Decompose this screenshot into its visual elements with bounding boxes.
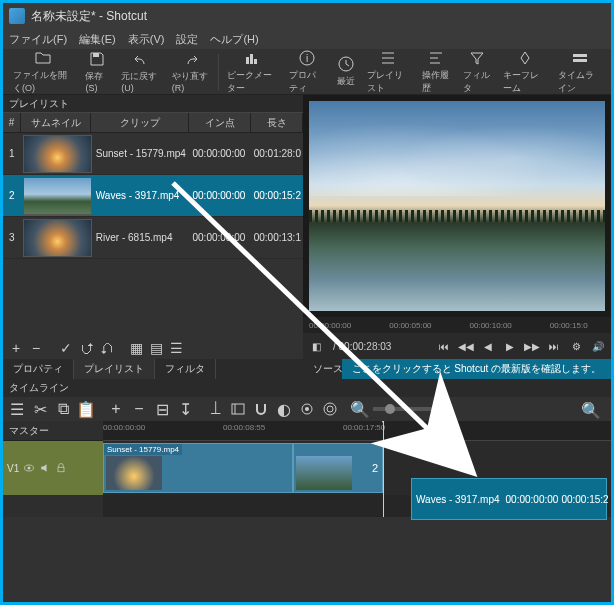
remove-button[interactable]: − <box>27 339 45 357</box>
add-button[interactable]: + <box>7 339 25 357</box>
copy-button[interactable]: ⧉ <box>53 399 73 419</box>
zoom-slider[interactable] <box>373 407 433 411</box>
update-notice[interactable]: ここをクリックすると Shotcut の最新版を確認します。 <box>342 359 611 379</box>
titlebar: 名称未設定* - Shotcut <box>3 3 611 29</box>
col-length[interactable]: 長さ <box>251 113 303 132</box>
playlist-panel-title: プレイリスト <box>3 95 303 113</box>
drop-len: 00:00:15:2 <box>561 494 608 505</box>
preview-ruler[interactable]: 00:00:00:0000:00:05:0000:00:10:0000:00:1… <box>303 317 611 333</box>
toolbar-info-button[interactable]: iプロパティ <box>283 49 331 95</box>
rewind-button[interactable]: ◀ <box>479 337 497 355</box>
paste-button[interactable]: 📋 <box>76 399 96 419</box>
eye-icon[interactable] <box>23 462 35 474</box>
svg-point-13 <box>324 403 336 415</box>
col-clip[interactable]: クリップ <box>91 113 189 132</box>
preview-position: / 00:00:28:03 <box>333 341 391 352</box>
timeline-ruler[interactable]: 00:00:00:0000:00:08:5500:00:17:50 <box>103 421 611 441</box>
toolbar-tl-button[interactable]: タイムライン <box>552 49 607 95</box>
scrub-button[interactable]: ◐ <box>274 399 294 419</box>
toolbar-filter-button[interactable]: フィルタ <box>457 49 498 95</box>
snap-button[interactable] <box>251 399 271 419</box>
svg-rect-7 <box>573 54 587 57</box>
forward-button[interactable]: ▶▶ <box>523 337 541 355</box>
playlist-row[interactable]: 2Waves - 3917.mp400:00:00:0000:00:15:2 <box>3 175 303 217</box>
svg-rect-9 <box>232 404 244 414</box>
preview-viewport[interactable] <box>309 101 605 311</box>
in-point-button[interactable]: ◧ <box>307 337 325 355</box>
svg-rect-0 <box>93 53 99 57</box>
zoom-in-button[interactable]: 🔍 <box>581 400 601 420</box>
tile-view-button[interactable]: ▤ <box>147 339 165 357</box>
settings-button[interactable]: ⚙ <box>567 337 585 355</box>
master-track-label[interactable]: マスター <box>3 421 103 441</box>
down-button[interactable]: ⮏ <box>97 339 115 357</box>
cut-button[interactable]: ✂ <box>30 399 50 419</box>
play-button[interactable]: ▶ <box>501 337 519 355</box>
zoom-out-button[interactable]: 🔍 <box>350 399 370 419</box>
skip-start-button[interactable]: ⏮ <box>435 337 453 355</box>
svg-point-12 <box>305 407 309 411</box>
lift-button[interactable]: ⊟ <box>152 399 172 419</box>
svg-rect-1 <box>246 57 249 64</box>
svg-rect-17 <box>58 467 64 472</box>
check-button[interactable]: ✓ <box>57 339 75 357</box>
overwrite-button[interactable]: ↧ <box>175 399 195 419</box>
playlist-tools: + − ✓ ⮍ ⮏ ▦ ▤ ☰ <box>3 337 303 359</box>
menubar: ファイル(F)編集(E)表示(V)設定ヘルプ(H) <box>3 29 611 49</box>
skip-end-button[interactable]: ⏭ <box>545 337 563 355</box>
toolbar-save-button[interactable]: 保存(S) <box>79 50 115 93</box>
playlist-row[interactable]: 1Sunset - 15779.mp400:00:00:0000:01:28:0 <box>3 133 303 175</box>
timeline-clip[interactable]: 2 <box>293 443 383 493</box>
menu-item[interactable]: 表示(V) <box>128 32 165 47</box>
svg-rect-3 <box>254 59 257 64</box>
menu-item[interactable]: 設定 <box>176 32 198 47</box>
app-logo-icon <box>9 8 25 24</box>
col-num[interactable]: # <box>3 113 21 132</box>
left-tab[interactable]: プロパティ <box>3 359 74 379</box>
svg-rect-8 <box>573 59 587 62</box>
svg-text:i: i <box>306 53 308 64</box>
append-button[interactable]: + <box>106 399 126 419</box>
ripple-all-button[interactable] <box>320 399 340 419</box>
tl-menu-button[interactable]: ☰ <box>7 399 27 419</box>
track-v1-label: V1 <box>7 463 19 474</box>
volume-button[interactable]: 🔊 <box>589 337 607 355</box>
mute-icon[interactable] <box>39 462 51 474</box>
markers-button[interactable] <box>228 399 248 419</box>
left-tab[interactable]: プレイリスト <box>74 359 155 379</box>
playhead[interactable] <box>383 421 384 517</box>
timeline-clip[interactable]: Sunset - 15779.mp4 <box>103 443 293 493</box>
split-button[interactable]: ⟘ <box>205 399 225 419</box>
remove-clip-button[interactable]: − <box>129 399 149 419</box>
toolbar-list-button[interactable]: プレイリスト <box>361 49 416 95</box>
grid-view-button[interactable]: ▦ <box>127 339 145 357</box>
menu-item[interactable]: 編集(E) <box>79 32 116 47</box>
col-thumbnail[interactable]: サムネイル <box>21 113 91 132</box>
toolbar-hist-button[interactable]: 操作履歴 <box>416 49 457 95</box>
left-tabs: プロパティプレイリストフィルタ <box>3 359 303 379</box>
toolbar-key-button[interactable]: キーフレーム <box>497 49 552 95</box>
list-view-button[interactable]: ☰ <box>167 339 185 357</box>
toolbar-meter-button[interactable]: ピークメーター <box>221 49 283 95</box>
left-tab[interactable]: フィルタ <box>155 359 216 379</box>
playlist-row[interactable]: 3River - 6815.mp400:00:00:0000:00:13:1 <box>3 217 303 259</box>
lock-icon[interactable] <box>55 462 67 474</box>
up-button[interactable]: ⮍ <box>77 339 95 357</box>
menu-item[interactable]: ファイル(F) <box>9 32 67 47</box>
drop-clip: Waves - 3917.mp4 <box>416 494 500 505</box>
track-v1-header[interactable]: V1 <box>3 441 103 495</box>
menu-item[interactable]: ヘルプ(H) <box>210 32 258 47</box>
toolbar-open-button[interactable]: ファイルを開く(O) <box>7 49 79 95</box>
timeline-title: タイムライン <box>3 379 611 397</box>
toolbar-undo-button[interactable]: 元に戻す(U) <box>115 50 166 93</box>
preview-controls: ◧ / 00:00:28:03 ⏮ ◀◀ ◀ ▶ ▶▶ ⏭ ⚙ 🔊 <box>303 333 611 359</box>
svg-point-16 <box>28 467 31 470</box>
prev-frame-button[interactable]: ◀◀ <box>457 337 475 355</box>
toolbar-redo-button[interactable]: やり直す(R) <box>166 50 217 93</box>
window-title: 名称未設定* - Shotcut <box>31 8 147 25</box>
drag-drop-indicator: Waves - 3917.mp4 00:00:00:00 00:00:15:2 <box>411 478 607 520</box>
ripple-button[interactable] <box>297 399 317 419</box>
col-in[interactable]: イン点 <box>189 113 251 132</box>
toolbar-clock-button[interactable]: 最近 <box>331 55 361 88</box>
playlist-header: # サムネイル クリップ イン点 長さ <box>3 113 303 133</box>
